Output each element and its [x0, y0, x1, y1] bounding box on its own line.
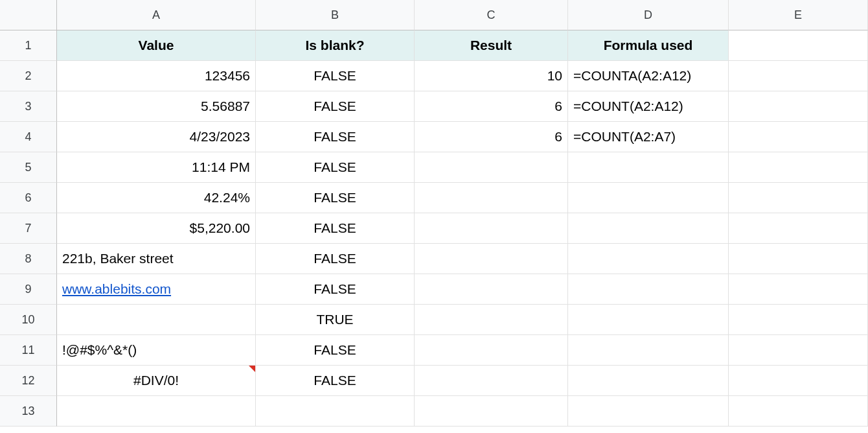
- cell-D1[interactable]: Formula used: [568, 30, 729, 61]
- cell-C9[interactable]: [415, 274, 568, 305]
- cell-D4[interactable]: =COUNT(A2:A7): [568, 122, 729, 152]
- col-header-D[interactable]: D: [568, 0, 729, 30]
- cell-A12[interactable]: #DIV/0!: [57, 366, 256, 396]
- row-header-3[interactable]: 3: [0, 91, 57, 122]
- cell-A13[interactable]: [57, 396, 256, 427]
- cell-B13[interactable]: [256, 396, 415, 427]
- cell-C11[interactable]: [415, 335, 568, 366]
- row-header-2[interactable]: 2: [0, 61, 57, 91]
- row-header-4[interactable]: 4: [0, 122, 57, 152]
- cell-D10[interactable]: [568, 305, 729, 335]
- row-header-11[interactable]: 11: [0, 335, 57, 366]
- spreadsheet-grid[interactable]: A B C D E 1 Value Is blank? Result Formu…: [0, 0, 868, 427]
- cell-A1[interactable]: Value: [57, 30, 256, 61]
- cell-C13[interactable]: [415, 396, 568, 427]
- cell-B6[interactable]: FALSE: [256, 183, 415, 213]
- cell-B5[interactable]: FALSE: [256, 152, 415, 183]
- cell-B4[interactable]: FALSE: [256, 122, 415, 152]
- row-header-9[interactable]: 9: [0, 274, 57, 305]
- select-all-corner[interactable]: [0, 0, 57, 30]
- cell-B7[interactable]: FALSE: [256, 213, 415, 244]
- col-header-A[interactable]: A: [57, 0, 256, 30]
- cell-E4[interactable]: [729, 122, 868, 152]
- cell-A10[interactable]: [57, 305, 256, 335]
- row-header-6[interactable]: 6: [0, 183, 57, 213]
- row-header-7[interactable]: 7: [0, 213, 57, 244]
- cell-C3[interactable]: 6: [415, 91, 568, 122]
- error-value: #DIV/0!: [133, 373, 179, 388]
- cell-A9[interactable]: www.ablebits.com: [57, 274, 256, 305]
- cell-C1[interactable]: Result: [415, 30, 568, 61]
- cell-E1[interactable]: [729, 30, 868, 61]
- row-header-13[interactable]: 13: [0, 396, 57, 427]
- cell-C10[interactable]: [415, 305, 568, 335]
- cell-C5[interactable]: [415, 152, 568, 183]
- col-header-B[interactable]: B: [256, 0, 415, 30]
- row-header-12[interactable]: 12: [0, 366, 57, 396]
- cell-E10[interactable]: [729, 305, 868, 335]
- cell-B10[interactable]: TRUE: [256, 305, 415, 335]
- row-header-10[interactable]: 10: [0, 305, 57, 335]
- cell-E3[interactable]: [729, 91, 868, 122]
- cell-B11[interactable]: FALSE: [256, 335, 415, 366]
- cell-D7[interactable]: [568, 213, 729, 244]
- cell-E9[interactable]: [729, 274, 868, 305]
- cell-D6[interactable]: [568, 183, 729, 213]
- cell-B3[interactable]: FALSE: [256, 91, 415, 122]
- cell-D11[interactable]: [568, 335, 729, 366]
- cell-B2[interactable]: FALSE: [256, 61, 415, 91]
- cell-B9[interactable]: FALSE: [256, 274, 415, 305]
- cell-E7[interactable]: [729, 213, 868, 244]
- cell-C2[interactable]: 10: [415, 61, 568, 91]
- cell-C4[interactable]: 6: [415, 122, 568, 152]
- cell-B8[interactable]: FALSE: [256, 244, 415, 274]
- cell-D2[interactable]: =COUNTA(A2:A12): [568, 61, 729, 91]
- cell-A2[interactable]: 123456: [57, 61, 256, 91]
- row-header-8[interactable]: 8: [0, 244, 57, 274]
- row-header-5[interactable]: 5: [0, 152, 57, 183]
- cell-A8[interactable]: 221b, Baker street: [57, 244, 256, 274]
- cell-E2[interactable]: [729, 61, 868, 91]
- cell-C8[interactable]: [415, 244, 568, 274]
- row-header-1[interactable]: 1: [0, 30, 57, 61]
- cell-A5[interactable]: 11:14 PM: [57, 152, 256, 183]
- cell-E5[interactable]: [729, 152, 868, 183]
- cell-A7[interactable]: $5,220.00: [57, 213, 256, 244]
- cell-B12[interactable]: FALSE: [256, 366, 415, 396]
- cell-A6[interactable]: 42.24%: [57, 183, 256, 213]
- cell-A4[interactable]: 4/23/2023: [57, 122, 256, 152]
- cell-A11[interactable]: !@#$%^&*(): [57, 335, 256, 366]
- cell-D3[interactable]: =COUNT(A2:A12): [568, 91, 729, 122]
- cell-D13[interactable]: [568, 396, 729, 427]
- cell-E12[interactable]: [729, 366, 868, 396]
- cell-E11[interactable]: [729, 335, 868, 366]
- col-header-C[interactable]: C: [415, 0, 568, 30]
- hyperlink[interactable]: www.ablebits.com: [62, 281, 171, 297]
- col-header-E[interactable]: E: [729, 0, 868, 30]
- note-indicator-icon[interactable]: [249, 366, 255, 372]
- cell-B1[interactable]: Is blank?: [256, 30, 415, 61]
- cell-A3[interactable]: 5.56887: [57, 91, 256, 122]
- cell-D5[interactable]: [568, 152, 729, 183]
- cell-D12[interactable]: [568, 366, 729, 396]
- cell-D9[interactable]: [568, 274, 729, 305]
- cell-E8[interactable]: [729, 244, 868, 274]
- cell-E13[interactable]: [729, 396, 868, 427]
- cell-E6[interactable]: [729, 183, 868, 213]
- cell-C6[interactable]: [415, 183, 568, 213]
- cell-C12[interactable]: [415, 366, 568, 396]
- cell-D8[interactable]: [568, 244, 729, 274]
- cell-C7[interactable]: [415, 213, 568, 244]
